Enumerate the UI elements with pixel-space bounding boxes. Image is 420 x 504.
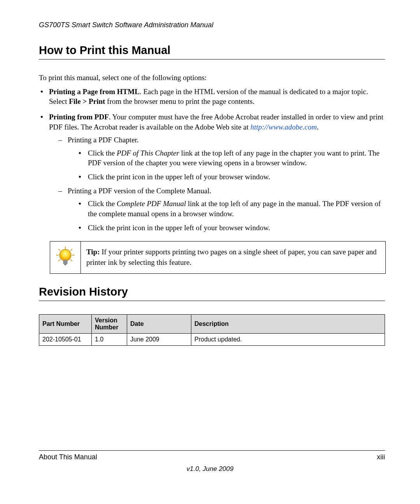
text: Click the (88, 149, 117, 157)
svg-line-2 (70, 249, 72, 251)
section-heading-print: How to Print this Manual (39, 44, 385, 60)
tip-callout: Tip: If your printer supports printing t… (50, 241, 386, 273)
footer-version: v1.0, June 2009 (0, 465, 420, 473)
table-header-row: Part Number Version Number Date Descript… (39, 314, 385, 333)
svg-line-1 (58, 249, 60, 251)
complete-pdf-link-name: Complete PDF Manual (117, 200, 186, 208)
running-header: GS700TS Smart Switch Software Administra… (39, 21, 385, 29)
intro-paragraph: To print this manual, select one of the … (39, 73, 385, 83)
svg-rect-11 (65, 264, 66, 265)
page-number: xiii (377, 453, 385, 461)
th-date: Date (127, 314, 191, 333)
th-version-number: Version Number (92, 314, 127, 333)
inner-bullet-list: Click the PDF of This Chapter link at th… (68, 148, 385, 182)
bullet-pdf-print: Printing from PDF. Your computer must ha… (39, 112, 385, 233)
lightbulb-icon (54, 246, 76, 269)
period: . (317, 123, 319, 131)
bullet-text: from the browser menu to print the page … (105, 97, 254, 105)
cell-version: 1.0 (92, 333, 127, 345)
bullet-html-print: Printing a Page from HTML. Each page in … (39, 87, 385, 107)
cell-part-number: 202-10505-01 (39, 333, 92, 345)
cell-description: Product updated. (191, 333, 385, 345)
cell-date: June 2009 (127, 333, 191, 345)
inner-bullet-list: Click the Complete PDF Manual link at th… (68, 199, 385, 233)
adobe-link[interactable]: http://www.adobe.com (250, 123, 317, 131)
footer-section-name: About This Manual (39, 453, 97, 461)
revision-history-table: Part Number Version Number Date Descript… (39, 314, 385, 346)
text: Click the (88, 200, 117, 208)
inner-bullet: Click the print icon in the upper left o… (77, 223, 385, 233)
inner-bullet: Click the print icon in the upper left o… (77, 172, 385, 182)
th-part-number: Part Number (39, 314, 92, 333)
dash-pdf-chapter: Printing a PDF Chapter. Click the PDF of… (57, 135, 385, 182)
dash-list: Printing a PDF Chapter. Click the PDF of… (49, 135, 385, 233)
svg-rect-8 (63, 260, 67, 264)
tip-label: Tip: (86, 248, 100, 256)
inner-bullet: Click the PDF of This Chapter link at th… (77, 148, 385, 168)
inner-bullet: Click the Complete PDF Manual link at th… (77, 199, 385, 219)
dash-pdf-complete: Printing a PDF version of the Complete M… (57, 186, 385, 233)
table-row: 202-10505-01 1.0 June 2009 Product updat… (39, 333, 385, 345)
svg-line-5 (58, 259, 60, 261)
tip-text: Tip: If your printer supports printing t… (81, 242, 385, 273)
section-heading-revision: Revision History (39, 285, 385, 301)
dash-label: Printing a PDF version of the Complete M… (68, 187, 211, 195)
menu-path: File > Print (69, 97, 105, 105)
top-bullet-list: Printing a Page from HTML. Each page in … (39, 87, 385, 233)
pdf-chapter-link-name: PDF of This Chapter (117, 149, 179, 157)
tip-body: If your printer supports printing two pa… (86, 248, 377, 266)
bullet-bold-label: Printing a Page from HTML (49, 88, 140, 96)
tip-icon-cell (50, 242, 81, 273)
svg-line-6 (70, 259, 72, 261)
svg-point-7 (60, 249, 71, 261)
page-footer: About This Manual xiii (39, 450, 385, 461)
bullet-bold-label: Printing from PDF (49, 113, 109, 121)
th-description: Description (191, 314, 385, 333)
page: GS700TS Smart Switch Software Administra… (0, 0, 420, 504)
dash-label: Printing a PDF Chapter. (68, 136, 139, 144)
